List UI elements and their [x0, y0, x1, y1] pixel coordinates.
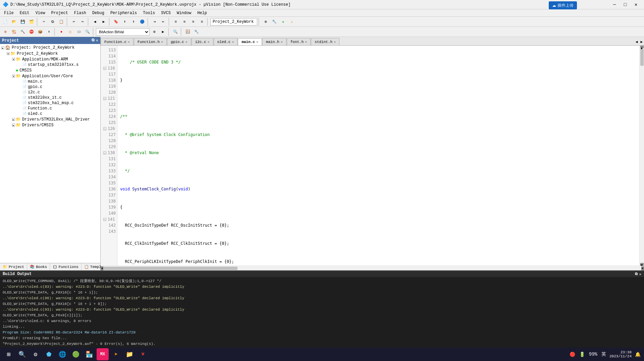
menu-debug[interactable]: Debug	[90, 10, 107, 16]
tree-item-mainc[interactable]: 📄 main.c	[0, 79, 100, 84]
tb-tool-btn2[interactable]: 🔧	[193, 28, 201, 36]
taskbar-arrow-btn[interactable]: ➤	[110, 348, 122, 360]
project-float-btn[interactable]: ⧉	[92, 38, 95, 43]
start-debug-button[interactable]: ●	[57, 28, 65, 36]
tab-i2cc-close[interactable]: ✕	[208, 40, 210, 44]
tab-fonth[interactable]: font.h ✕	[287, 38, 311, 45]
collapse-mdk[interactable]: ▼	[12, 58, 15, 61]
proj-tab-project[interactable]: 📁 Project	[0, 263, 27, 270]
taskbar-settings-btn[interactable]: ⚙	[30, 348, 42, 360]
taskbar-edge-btn[interactable]: 🌐	[56, 348, 68, 360]
tab-stdinch-close[interactable]: ✕	[334, 40, 336, 44]
taskbar-mx-btn[interactable]: MX	[97, 348, 109, 360]
editor-scroll-up-arrow[interactable]: ▲	[640, 46, 644, 48]
tb-magic-btn[interactable]: 🔧	[270, 18, 278, 26]
debug-oval-btn[interactable]: ⬭	[75, 28, 83, 36]
tab-mainc-close[interactable]: ✕	[256, 40, 258, 44]
collapse-root[interactable]: ▶	[1, 46, 4, 49]
tb-gear-btn[interactable]: ⚙	[150, 28, 158, 36]
nav-back-button[interactable]: ◀	[91, 18, 99, 26]
tb-run-btn[interactable]: ▶	[159, 28, 167, 36]
tab-oledc-close[interactable]: ✕	[232, 40, 234, 44]
editor-scroll-down-arrow[interactable]: ▼	[640, 263, 644, 266]
lang-indicator[interactable]: 英	[601, 351, 607, 357]
collapse-130[interactable]: −	[103, 151, 106, 154]
tb-btn9[interactable]: ≡	[189, 18, 197, 26]
taskbar-blue-btn[interactable]: ⬟	[43, 348, 55, 360]
project-close-btn[interactable]: ✕	[96, 38, 98, 43]
menu-svcs[interactable]: SVCS	[158, 10, 173, 16]
tree-item-mspc[interactable]: 📄 stm32l0xx_hal_msp.c	[0, 100, 100, 106]
editor-scroll-thumb[interactable]	[640, 49, 644, 66]
menu-file[interactable]: File	[1, 10, 16, 16]
tray-icon-1[interactable]: 🔴	[569, 352, 576, 357]
indent-button[interactable]: ⇥	[151, 18, 159, 26]
tb-more-btn[interactable]: ⚙	[262, 18, 270, 26]
tree-item-gpioc[interactable]: 📄 gpio.c	[0, 84, 100, 90]
collapse-121[interactable]: −	[103, 97, 106, 100]
debug-circle-btn[interactable]: ◯	[66, 28, 74, 36]
debug-dropdown[interactable]: 🔍	[84, 28, 92, 36]
tab-gpioc-close[interactable]: ✕	[185, 40, 187, 44]
build-output-float-btn[interactable]: ⧉	[635, 272, 638, 276]
search-taskbar-button[interactable]: 🔍	[16, 348, 28, 360]
bookmark-clear[interactable]: 🔵	[138, 18, 146, 26]
tree-item-drivers-hal[interactable]: ▶ 📁 Drivers/STM32L0xx_HAL_Driver	[0, 117, 100, 122]
tab-oledc[interactable]: oled.c ✕	[214, 38, 238, 45]
new-file-button[interactable]: 📄	[1, 18, 9, 26]
undo-button[interactable]: ↩	[70, 18, 78, 26]
tb-star-btn[interactable]: ★	[279, 18, 287, 26]
collapse-141[interactable]: −	[103, 218, 106, 221]
bookmark-button[interactable]: 🔖	[112, 18, 120, 26]
stop-button[interactable]: ⛔	[28, 28, 36, 36]
nav-fwd-button[interactable]: ▶	[100, 18, 108, 26]
tab-scroll-left[interactable]: ◀	[634, 38, 639, 45]
cut-button[interactable]: ✂	[40, 18, 48, 26]
tb-search-btn[interactable]: 🔍	[171, 28, 179, 36]
tree-item-cmsis-diamond[interactable]: ◆ CMSIS	[0, 67, 100, 73]
tab-mainh-close[interactable]: ✕	[281, 40, 283, 44]
paste-button[interactable]: 📋	[57, 18, 65, 26]
code-editor[interactable]: 113 114 115 −116 117 118 119 120 −121 12…	[101, 46, 644, 266]
collapse-project[interactable]: ▼	[7, 52, 10, 55]
hscroll-left-arrow[interactable]: ◀	[101, 266, 103, 270]
tree-item-i2cc[interactable]: 📄 i2c.c	[0, 90, 100, 95]
hscroll-right-arrow[interactable]: ▶	[641, 266, 644, 270]
editor-hscrollbar[interactable]: ◀ ▶	[101, 266, 644, 270]
tree-item-oledc[interactable]: 📄 oled.c	[0, 111, 100, 117]
hscroll-thumb[interactable]	[103, 267, 237, 270]
bookmark-prev[interactable]: ⬆	[129, 18, 138, 26]
menu-tools[interactable]: Tools	[140, 10, 158, 16]
collapse-drivers-hal[interactable]: ▶	[12, 118, 15, 121]
tb-btn8[interactable]: ≡	[180, 18, 189, 26]
code-content[interactable]: /* USER CODE END 3 */ } /** * @brief Sys…	[117, 46, 639, 266]
taskbar-folder-btn[interactable]: 📁	[123, 348, 136, 360]
close-button[interactable]: ✕	[631, 0, 641, 9]
tb-warn-btn[interactable]: ⚠	[288, 18, 296, 26]
redo-button[interactable]: ↪	[78, 18, 87, 26]
tab-i2cc[interactable]: i2c.c ✕	[192, 38, 213, 45]
tab-functionc[interactable]: Function.c ✕	[101, 38, 133, 45]
tab-fonth-close[interactable]: ✕	[305, 40, 307, 44]
build-button[interactable]: 🏗️	[10, 28, 18, 36]
save-all-button[interactable]: 🗂️	[28, 18, 36, 26]
batch-button[interactable]: 📦	[36, 28, 44, 36]
menu-view[interactable]: View	[33, 10, 48, 16]
tab-stdinch[interactable]: stdint.h ✕	[311, 38, 339, 45]
menu-flash[interactable]: Flash	[71, 10, 89, 16]
collapse-116[interactable]: −	[103, 67, 106, 70]
proj-tab-functions[interactable]: {} Functions	[50, 263, 82, 270]
rebuild-button[interactable]: 🔨	[19, 28, 27, 36]
menu-edit[interactable]: Edit	[17, 10, 32, 16]
menu-window[interactable]: Window	[174, 10, 194, 16]
maximize-button[interactable]: □	[620, 0, 631, 9]
bookmark-next[interactable]: ⬇	[121, 18, 129, 26]
tab-scroll-right[interactable]: ▶	[639, 38, 644, 45]
tree-item-functionc[interactable]: 📄 Function.c	[0, 106, 100, 111]
unindent-button[interactable]: ⇤	[159, 18, 167, 26]
menu-peripherals[interactable]: Peripherals	[108, 10, 140, 16]
compile-button[interactable]: ⚙	[1, 28, 9, 36]
start-button[interactable]: ⊞	[3, 348, 15, 360]
tree-item-startup[interactable]: 📄 startup_stm32l071xx.s	[0, 62, 100, 67]
tree-item-mdk[interactable]: ▼ 📁 Application/MDK-ARM	[0, 56, 100, 62]
